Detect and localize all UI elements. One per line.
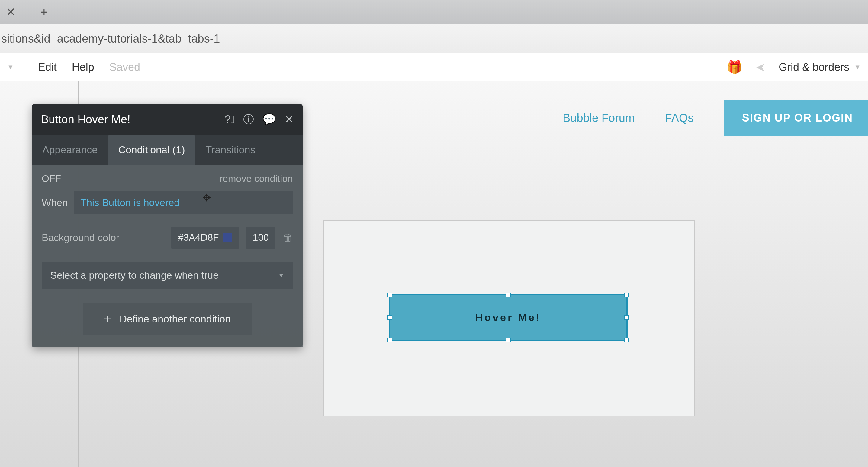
gift-icon[interactable]: 🎁 (727, 60, 742, 74)
tab-divider (28, 4, 28, 20)
expression-text: This Button is hovered (80, 197, 179, 208)
close-icon[interactable]: ✕ (284, 113, 293, 126)
grid-borders-label: Grid & borders (779, 61, 849, 74)
info-icon[interactable]: ⓘ (243, 112, 254, 127)
when-label: When (42, 197, 68, 208)
browser-url-bar[interactable]: sitions&id=academy-tutorials-1&tab=tabs-… (0, 24, 868, 53)
new-tab-icon[interactable]: + (40, 4, 48, 20)
app-toolbar: ▼ Edit Help Saved 🎁 ➤ Grid & borders ▼ (0, 53, 868, 81)
add-property-dropdown[interactable]: Select a property to change when true ▼ (42, 262, 293, 289)
expression-input[interactable]: This Button is hovered (74, 191, 293, 214)
browser-tab-strip: ✕ + (0, 0, 868, 24)
define-another-condition-button[interactable]: + Define another condition (83, 303, 252, 335)
resize-handle[interactable] (506, 293, 511, 297)
remove-condition-button[interactable]: remove condition (219, 173, 293, 184)
tab-conditional[interactable]: Conditional (1) (108, 135, 195, 165)
plus-icon: + (104, 311, 112, 326)
panel-tabs: Appearance Conditional (1) Transitions (32, 135, 303, 165)
hex-value: #3A4D8F (178, 232, 219, 243)
resize-handle[interactable] (506, 338, 511, 342)
saved-status: Saved (109, 61, 140, 74)
chevron-down-icon: ▼ (854, 63, 861, 71)
resize-handle[interactable] (624, 315, 629, 320)
property-editor-panel[interactable]: Button Hover Me! ?⃝ ⓘ 💬 ✕ Appearance Con… (32, 104, 303, 347)
property-label: Background color (42, 232, 164, 243)
help-icon[interactable]: ?⃝ (225, 113, 235, 126)
selected-button-label: Hover Me! (475, 312, 541, 324)
cursor-icon[interactable]: ➤ (756, 61, 765, 74)
resize-handle[interactable] (388, 315, 392, 320)
menu-help[interactable]: Help (72, 61, 94, 74)
resize-handle[interactable] (388, 293, 392, 297)
color-hex-input[interactable]: #3A4D8F (171, 227, 239, 248)
comment-icon[interactable]: 💬 (262, 113, 276, 126)
panel-body: OFF remove condition When This Button is… (32, 165, 303, 347)
menu-edit[interactable]: Edit (38, 61, 57, 74)
trash-icon[interactable]: 🗑 (283, 232, 293, 243)
condition-state-toggle[interactable]: OFF (42, 173, 61, 184)
resize-handle[interactable] (624, 293, 629, 297)
selected-button-element[interactable]: Hover Me! (389, 294, 628, 341)
close-tab-icon[interactable]: ✕ (6, 5, 16, 19)
chevron-down-icon: ▼ (278, 271, 284, 279)
resize-handle[interactable] (388, 338, 392, 342)
move-cursor-icon: ✥ (203, 192, 211, 204)
tab-transitions[interactable]: Transitions (195, 135, 266, 165)
resize-handle[interactable] (624, 338, 629, 342)
url-text: sitions&id=academy-tutorials-1&tab=tabs-… (1, 32, 220, 45)
color-swatch[interactable] (223, 233, 232, 242)
link-faqs[interactable]: FAQs (665, 112, 694, 125)
panel-title: Button Hover Me! (41, 113, 130, 126)
link-bubble-forum[interactable]: Bubble Forum (563, 112, 635, 125)
page-header-nav: Bubble Forum FAQs SIGN UP OR LOGIN (563, 100, 868, 136)
dropdown-placeholder: Select a property to change when true (50, 270, 219, 281)
editor-canvas[interactable]: Bubble Forum FAQs SIGN UP OR LOGIN Hover… (0, 81, 868, 467)
opacity-input[interactable]: 100 (246, 227, 275, 248)
chevron-down-icon[interactable]: ▼ (7, 63, 14, 71)
tab-appearance[interactable]: Appearance (32, 135, 108, 165)
define-another-label: Define another condition (120, 313, 231, 325)
signup-login-button[interactable]: SIGN UP OR LOGIN (724, 100, 868, 136)
panel-header[interactable]: Button Hover Me! ?⃝ ⓘ 💬 ✕ (32, 104, 303, 135)
grid-borders-button[interactable]: Grid & borders ▼ (779, 61, 861, 74)
